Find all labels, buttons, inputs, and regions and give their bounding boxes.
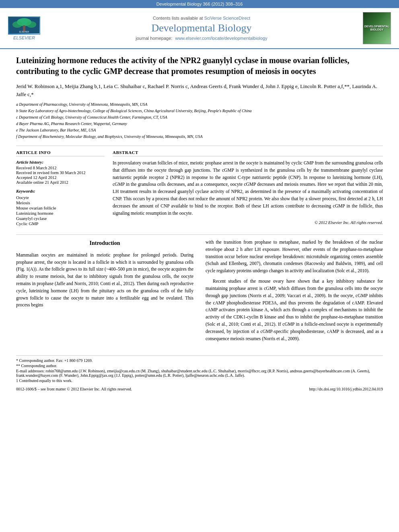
svg-text:ELSEVIER: ELSEVIER — [19, 31, 29, 33]
article-info-heading: ARTICLE INFO — [16, 150, 105, 156]
keyword-2: Meiosis — [16, 200, 105, 205]
article-history-label: Article history: — [16, 160, 105, 164]
star-note-1: * Corresponding author. Fax: +1 860 679 … — [16, 358, 93, 363]
keyword-3: Mouse ovarian follicle — [16, 205, 105, 210]
intro-para-1: Mammalian oocytes are maintained in meio… — [16, 252, 193, 309]
authors-text: Jerid W. Robinson a,1, Meijia Zhang b,1,… — [16, 83, 377, 97]
svg-point-2 — [12, 21, 22, 28]
body-two-col: Introduction Mammalian oocytes are maint… — [16, 239, 383, 345]
intro-para-3: Recent studies of the mouse ovary have s… — [206, 278, 383, 342]
body-col-left: Introduction Mammalian oocytes are maint… — [16, 239, 193, 345]
corresponding-author-2: ** Corresponding author. — [16, 364, 383, 368]
accepted-date: Accepted 12 April 2012 — [16, 175, 105, 180]
abstract-panel: ABSTRACT In preovulatory ovarian follicl… — [113, 150, 383, 226]
copyright-line: © 2012 Elsevier Inc. All rights reserved… — [113, 220, 383, 225]
affiliation-c: c Department of Cell Biology, University… — [16, 114, 383, 121]
corresponding-author-1: * Corresponding author. Fax: +1 860 679 … — [16, 358, 383, 363]
abstract-text: In preovulatory ovarian follicles of mic… — [113, 160, 383, 217]
body-divider — [16, 234, 383, 235]
article-info-panel: ARTICLE INFO Article history: Received 8… — [16, 150, 105, 226]
affiliation-f: f Department of Biochemistry, Molecular … — [16, 134, 383, 140]
received-date: Received 8 March 2012 — [16, 166, 105, 170]
affiliation-e: e The Jackson Laboratory, Bar Harbor, ME… — [16, 127, 383, 134]
introduction-heading: Introduction — [16, 239, 193, 248]
abstract-heading: ABSTRACT — [113, 150, 383, 156]
contents-text: Contents lists available at — [153, 16, 203, 21]
page-footer-bottom: 0012-1606/$ – see front matter © 2012 El… — [16, 387, 383, 391]
footnote-equal-contrib: 1 Contributed equally to this work. — [16, 378, 383, 383]
journal-citation-bar: Developmental Biology 366 (2012) 308–316 — [0, 0, 399, 8]
journal-thumb-text: DEVELOPMENTAL BIOLOGY — [363, 24, 391, 33]
keyword-1: Oocyte — [16, 195, 105, 200]
email-list: robin768@umn.edu (J.W. Robinson), zmeiji… — [16, 369, 370, 378]
main-content: Luteinizing hormone reduces the activity… — [0, 49, 399, 351]
keyword-4: Luteinizing hormone — [16, 211, 105, 216]
body-col-right: with the transition from prophase to met… — [206, 239, 383, 345]
affiliation-b: b State Key Laboratory of Agro-biotechno… — [16, 108, 383, 114]
journal-title: Developmental Biology — [40, 22, 363, 34]
authors-line: Jerid W. Robinson a,1, Meijia Zhang b,1,… — [16, 82, 383, 98]
issn-line: 0012-1606/$ – see front matter © 2012 El… — [16, 387, 132, 391]
email-addresses: E-mail addresses: robin768@umn.edu (J.W.… — [16, 369, 383, 378]
header-divider — [16, 146, 383, 146]
sciverse-link[interactable]: SciVerse ScienceDirect — [204, 16, 250, 21]
journal-header: ELSEVIER ELSEVIER Contents lists availab… — [0, 8, 399, 49]
available-date: Available online 21 April 2012 — [16, 180, 105, 185]
affiliations: a Department of Pharmacology, University… — [16, 101, 383, 140]
article-title: Luteinizing hormone reduces the activity… — [16, 55, 383, 77]
affiliation-a: a Department of Pharmacology, University… — [16, 101, 383, 108]
received-revised-date: Received in revised form 30 March 2012 — [16, 170, 105, 175]
journal-thumbnail: DEVELOPMENTAL BIOLOGY — [363, 12, 391, 44]
journal-header-center: Contents lists available at SciVerse Sci… — [40, 16, 363, 41]
homepage-link[interactable]: www.elsevier.com/locate/developmentalbio… — [175, 36, 267, 41]
journal-citation: Developmental Biology 366 (2012) 308–316 — [156, 2, 243, 6]
keywords-label: Keywords: — [16, 189, 105, 193]
doi-line: http://dx.doi.org/10.1016/j.ydbio.2012.0… — [309, 387, 383, 391]
elsevier-logo-img: ELSEVIER — [8, 16, 40, 35]
homepage-line: journal homepage: www.elsevier.com/locat… — [40, 36, 363, 41]
intro-para-2: with the transition from prophase to met… — [206, 239, 383, 275]
email-label: E-mail addresses: — [16, 369, 45, 373]
svg-point-3 — [27, 21, 36, 28]
page-footer: * Corresponding author. Fax: +1 860 679 … — [16, 355, 383, 385]
elsevier-logo-box: ELSEVIER ELSEVIER — [8, 16, 40, 40]
keyword-6: Cyclic GMP — [16, 221, 105, 226]
homepage-text: journal homepage: — [136, 36, 172, 41]
elsevier-label: ELSEVIER — [13, 35, 35, 40]
keyword-5: Guanylyl cyclase — [16, 216, 105, 221]
affiliation-d: d Bayer Pharma AG, Pharma Research Cente… — [16, 121, 383, 127]
star-note-2: ** Corresponding author. — [16, 364, 57, 368]
article-info-abstract: ARTICLE INFO Article history: Received 8… — [16, 150, 383, 226]
contents-available-line: Contents lists available at SciVerse Sci… — [40, 16, 363, 21]
